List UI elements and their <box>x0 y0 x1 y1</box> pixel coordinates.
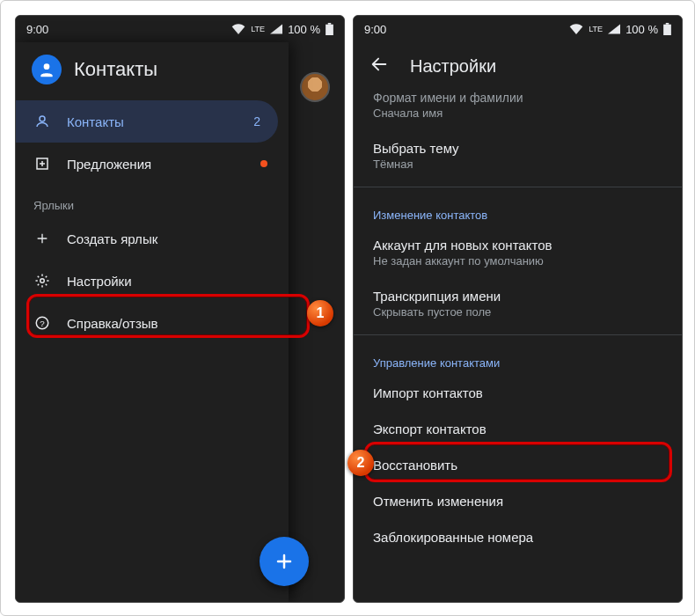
battery-icon <box>663 23 671 35</box>
settings-item-title: Транскрипция имени <box>373 289 662 304</box>
plus-icon <box>33 231 51 246</box>
signal-icon <box>270 24 282 34</box>
help-icon: ? <box>33 315 51 331</box>
navigation-drawer: Контакты Контакты 2 Предложения Ярлыки С… <box>16 42 289 602</box>
settings-title: Настройки <box>410 56 496 77</box>
settings-item-restore[interactable]: Восстановить <box>354 447 682 483</box>
settings-item-title: Импорт контактов <box>373 385 662 400</box>
app-title: Контакты <box>74 58 157 81</box>
plus-icon <box>274 551 295 572</box>
svg-point-5 <box>40 279 45 283</box>
settings-header: Настройки <box>354 42 682 91</box>
drawer-item-create-label[interactable]: Создать ярлык <box>16 217 289 260</box>
settings-item-phonetic[interactable]: Транскрипция имени Скрывать пустое поле <box>354 278 682 329</box>
settings-item-subtitle: Сначала имя <box>373 106 662 120</box>
step-badge-1: 1 <box>307 300 333 326</box>
drawer-item-label: Создать ярлык <box>67 231 157 246</box>
contacts-count: 2 <box>253 114 260 128</box>
svg-point-3 <box>40 116 45 121</box>
settings-item-export[interactable]: Экспорт контактов <box>354 411 682 447</box>
settings-list: Формат имени и фамилии Сначала имя Выбра… <box>354 91 682 555</box>
settings-item-blocked[interactable]: Заблокированные номера <box>354 519 682 555</box>
status-time: 9:00 <box>364 23 386 36</box>
status-time: 9:00 <box>26 23 48 36</box>
settings-item-undo[interactable]: Отменить изменения <box>354 483 682 519</box>
status-bar: 9:00 LTE 100 % <box>16 16 344 42</box>
settings-item-subtitle: Не задан аккаунт по умолчанию <box>373 254 662 268</box>
wifi-icon <box>231 24 245 34</box>
signal-icon <box>608 24 620 34</box>
settings-item-import[interactable]: Импорт контактов <box>354 375 682 411</box>
drawer-item-label: Контакты <box>67 114 124 129</box>
person-icon <box>33 114 51 129</box>
drawer-item-label: Справка/отзыв <box>67 316 158 331</box>
settings-item-title: Экспорт контактов <box>373 422 662 436</box>
settings-section-edit: Изменение контактов <box>354 193 682 227</box>
settings-item-theme[interactable]: Выбрать тему Тёмная <box>354 130 682 181</box>
divider <box>354 334 682 335</box>
lte-label: LTE <box>589 26 603 33</box>
divider <box>354 187 682 187</box>
lte-label: LTE <box>251 26 265 33</box>
svg-point-2 <box>44 63 50 70</box>
drawer-item-contacts[interactable]: Контакты 2 <box>16 100 278 143</box>
settings-item-default-account[interactable]: Аккаунт для новых контактов Не задан акк… <box>354 227 682 278</box>
settings-section-manage: Управление контактами <box>354 341 682 375</box>
drawer-item-settings[interactable]: Настройки <box>16 260 289 302</box>
contacts-app-icon <box>32 55 62 84</box>
battery-label: 100 % <box>288 23 320 36</box>
drawer-item-label: Настройки <box>67 274 132 289</box>
back-arrow-icon[interactable] <box>369 55 389 78</box>
settings-item-title: Заблокированные номера <box>373 530 662 545</box>
status-bar: 9:00 LTE 100 % <box>354 16 682 42</box>
drawer-item-help[interactable]: ? Справка/отзыв <box>16 302 289 344</box>
battery-label: 100 % <box>626 23 658 36</box>
settings-item-subtitle: Скрывать пустое поле <box>373 305 662 319</box>
battery-icon <box>326 23 333 35</box>
fab-add-contact[interactable] <box>260 537 309 586</box>
settings-item-subtitle: Тёмная <box>373 158 662 171</box>
settings-item-title: Восстановить <box>373 458 662 473</box>
settings-item-title: Отменить изменения <box>373 494 662 509</box>
svg-rect-1 <box>328 23 332 25</box>
settings-item-name-format[interactable]: Формат имени и фамилии Сначала имя <box>354 91 682 130</box>
step-badge-2: 2 <box>348 450 374 476</box>
notification-dot-icon <box>260 160 267 167</box>
settings-item-title: Выбрать тему <box>373 141 662 156</box>
svg-rect-9 <box>666 23 669 25</box>
svg-rect-0 <box>326 25 333 35</box>
app-header: Контакты <box>16 42 289 100</box>
settings-item-title: Аккаунт для новых контактов <box>373 238 662 253</box>
phone-screen-right: 9:00 LTE 100 % Настройки Формат имени и … <box>353 15 683 603</box>
svg-rect-8 <box>663 25 671 35</box>
settings-item-title: Формат имени и фамилии <box>373 91 662 105</box>
wifi-icon <box>569 24 583 34</box>
drawer-item-suggestions[interactable]: Предложения <box>16 143 289 185</box>
drawer-item-label: Предложения <box>67 157 151 172</box>
gear-icon <box>33 273 51 289</box>
profile-avatar[interactable] <box>300 72 330 102</box>
sparkle-icon <box>33 156 51 172</box>
phone-screen-left: 9:00 LTE 100 % Контакты <box>15 15 345 603</box>
svg-text:?: ? <box>40 319 45 328</box>
drawer-section-labels: Ярлыки <box>16 185 289 217</box>
